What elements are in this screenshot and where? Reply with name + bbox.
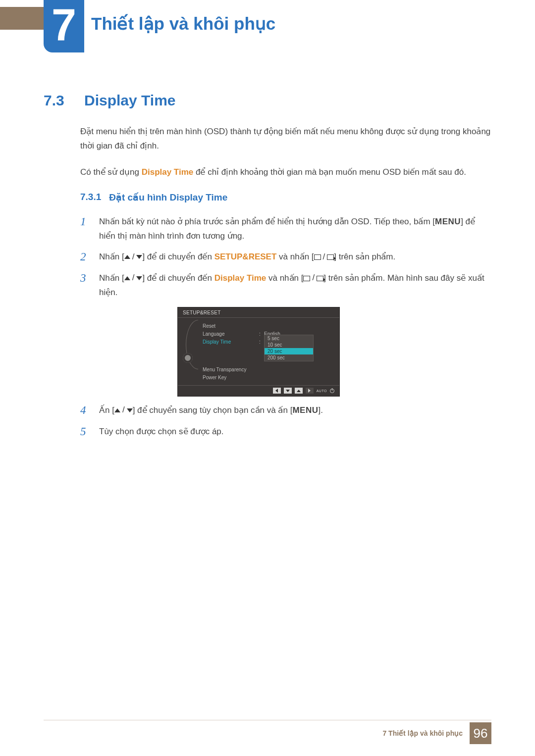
footer-chapter-label: 7 Thiết lập và khôi phục: [382, 729, 463, 737]
section-heading: 7.3 Display Time: [44, 92, 491, 109]
text: và nhấn [: [266, 273, 303, 283]
step-text: Nhấn [/] để di chuyển đến Display Time v…: [99, 271, 491, 300]
osd-option: 5 sec: [265, 335, 313, 342]
osd-nav-down-icon: [284, 388, 292, 394]
step-number: 2: [80, 250, 90, 264]
text: ] để chuyển sang tùy chọn bạn cần và ấn …: [133, 405, 293, 415]
power-icon: [330, 389, 334, 393]
colon: :: [259, 331, 264, 337]
colon: :: [259, 339, 264, 345]
osd-row-menu-transparency: Menu Transparency: [201, 365, 339, 373]
step-text: Tùy chọn được chọn sẽ được áp.: [99, 425, 491, 439]
osd-footer: AUTO: [178, 385, 339, 396]
up-down-icon: /: [124, 271, 143, 285]
osd-nav-enter-icon: [306, 388, 314, 394]
page-footer: 7 Thiết lập và khôi phục 96: [382, 722, 491, 744]
subsection-title: Đặt cấu hình Display Time: [109, 192, 227, 203]
text: và nhấn [: [276, 252, 314, 261]
step-3: 3 Nhấn [/] để di chuyển đến Display Time…: [80, 271, 491, 300]
osd-title: SETUP&RESET: [178, 307, 339, 317]
step-5: 5 Tùy chọn được chọn sẽ được áp.: [80, 425, 491, 439]
text: Nhấn [: [99, 252, 124, 261]
osd-options-dropdown: 5 sec10 sec20 sec200 sec: [264, 335, 314, 361]
select-enter-icon: /: [314, 250, 334, 264]
text: Nhấn bất kỳ nút nào ở phía trước sản phẩ…: [99, 217, 435, 226]
step-text: Nhấn bất kỳ nút nào ở phía trước sản phẩ…: [99, 215, 491, 244]
step-number: 1: [80, 215, 90, 244]
intro-paragraph-2: Có thể sử dụng Display Time để chỉ định …: [80, 165, 491, 180]
intro-paragraph-1: Đặt menu hiển thị trên màn hình (OSD) th…: [80, 125, 491, 153]
osd-label: Menu Transparency: [201, 367, 259, 372]
osd-row-power-key: Power Key: [201, 373, 339, 381]
osd-label: Reset: [201, 323, 259, 329]
step-text: Nhấn [/] để di chuyển đến SETUP&RESET và…: [99, 250, 491, 264]
osd-auto-label: AUTO: [317, 389, 327, 393]
menu-label: MENU: [435, 217, 461, 226]
step-number: 4: [80, 403, 90, 418]
step-2: 2 Nhấn [/] để di chuyển đến SETUP&RESET …: [80, 250, 491, 264]
step-text: Ấn [/] để chuyển sang tùy chọn bạn cần v…: [99, 403, 491, 418]
osd-label: Power Key: [201, 375, 259, 380]
subsection-number: 7.3.1: [80, 192, 101, 203]
osd-row-display-time: Display Time : 5 sec10 sec20 sec200 sec: [201, 338, 339, 346]
text: Có thể sử dụng: [80, 167, 142, 177]
step-4: 4 Ấn [/] để chuyển sang tùy chọn bạn cần…: [80, 403, 491, 418]
osd-nav-up-icon: [295, 388, 303, 394]
osd-option: 10 sec: [265, 342, 313, 348]
text: ] trên sản phẩm.: [334, 252, 395, 261]
step-1: 1 Nhấn bất kỳ nút nào ở phía trước sản p…: [80, 215, 491, 244]
section-number: 7.3: [44, 92, 71, 109]
highlight-display-time: Display Time: [214, 273, 267, 283]
osd-row-reset: Reset: [201, 322, 339, 330]
osd-option: 200 sec: [265, 354, 313, 361]
text: Nhấn [: [99, 273, 124, 283]
osd-body: Reset Language : English Display Time : …: [178, 318, 339, 385]
page-number: 96: [470, 722, 491, 744]
steps-list: 1 Nhấn bất kỳ nút nào ở phía trước sản p…: [80, 215, 491, 439]
section-title: Display Time: [84, 92, 176, 109]
osd-label: Display Time: [201, 339, 259, 345]
select-enter-icon: /: [303, 271, 323, 285]
text: Ấn [: [99, 405, 114, 415]
up-down-icon: /: [124, 250, 143, 264]
text: ] để di chuyển đến: [142, 273, 214, 283]
up-down-icon: /: [114, 403, 133, 417]
chapter-title: Thiết lập và khôi phục: [91, 14, 275, 34]
footer-rule: [44, 720, 491, 720]
highlight-display-time: Display Time: [142, 167, 194, 177]
step-number: 3: [80, 271, 90, 300]
text: ] để di chuyển đến: [142, 252, 214, 261]
text: ].: [318, 405, 322, 415]
osd-menu: Reset Language : English Display Time : …: [198, 321, 339, 382]
menu-label: MENU: [292, 405, 318, 415]
text: để chỉ định khoảng thời gian mà bạn muốn…: [193, 167, 466, 177]
content-area: 7.3 Display Time Đặt menu hiển thị trên …: [44, 92, 491, 446]
step-number: 5: [80, 425, 90, 439]
chapter-number: 7: [52, 2, 76, 47]
osd-label: Language: [201, 331, 259, 337]
highlight-setup-reset: SETUP&RESET: [214, 252, 277, 261]
osd-side-icon-area: [178, 321, 198, 382]
osd-screenshot: SETUP&RESET Reset Language : English: [177, 307, 340, 397]
subsection-heading: 7.3.1 Đặt cấu hình Display Time: [80, 192, 491, 203]
chapter-tab: 7: [44, 0, 84, 52]
osd-nav-left-icon: [273, 388, 281, 394]
osd-option: 20 sec: [265, 348, 313, 354]
